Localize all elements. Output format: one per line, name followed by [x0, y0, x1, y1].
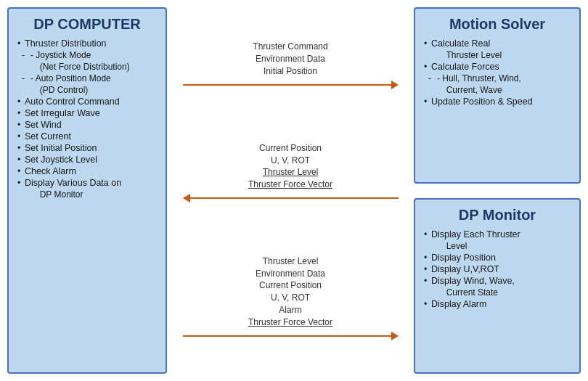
motion-solver-title: Motion Solver	[424, 16, 571, 33]
list-item: Calculate Real	[424, 38, 571, 49]
dp-computer-list: Thruster Distribution - Joystick Mode (N…	[17, 38, 157, 200]
arrow3-head	[391, 332, 399, 340]
list-item: Thruster Level	[424, 50, 571, 60]
dp-monitor-box: DP Monitor Display Each Thruster Level D…	[414, 198, 581, 374]
diagram: DP COMPUTER Thruster Distribution - Joys…	[7, 7, 581, 374]
list-item: Display Alarm	[424, 299, 571, 309]
list-item: Current, Wave	[424, 85, 571, 95]
list-item: - Auto Position Mode	[17, 73, 157, 83]
list-item: (Net Force Distribution)	[17, 62, 157, 72]
arrow1-head	[391, 81, 399, 89]
dp-computer-title: DP COMPUTER	[17, 16, 157, 33]
arrow3-body	[183, 335, 391, 337]
right-column: Motion Solver Calculate Real Thruster Le…	[414, 7, 581, 374]
list-item: Current State	[424, 287, 571, 298]
list-item: Set Joystick Level	[17, 155, 157, 165]
dp-monitor-title: DP Monitor	[424, 207, 571, 224]
list-item: Update Position & Speed	[424, 97, 571, 107]
list-item: - Hull, Thruster, Wind,	[424, 73, 571, 83]
arrow3-line	[183, 332, 399, 340]
motion-solver-box: Motion Solver Calculate Real Thruster Le…	[414, 7, 581, 184]
list-item: - Joystick Mode	[17, 50, 157, 60]
arrow1-lane: Thruster CommandEnvironment DataInitial …	[171, 41, 410, 89]
list-item: Auto Control Command	[17, 97, 157, 107]
arrow1-line	[183, 81, 399, 89]
arrow3-label: Thruster LevelEnvironment DataCurrent Po…	[248, 255, 332, 329]
arrows-column: Thruster CommandEnvironment DataInitial …	[167, 7, 414, 374]
list-item: Calculate Forces	[424, 62, 571, 72]
dp-monitor-list: Display Each Thruster Level Display Posi…	[424, 229, 571, 309]
arrow1-body	[183, 84, 391, 86]
list-item: Set Wind	[17, 120, 157, 130]
list-item: Check Alarm	[17, 166, 157, 176]
list-item: Level	[424, 241, 571, 251]
list-item: DP Monitor	[17, 189, 157, 200]
arrow1-label: Thruster CommandEnvironment DataInitial …	[253, 41, 327, 77]
list-item: Set Irregular Wave	[17, 108, 157, 118]
arrow2-head	[183, 194, 190, 202]
list-item: Display Each Thruster	[424, 229, 571, 239]
arrow3-lane: Thruster LevelEnvironment DataCurrent Po…	[171, 255, 410, 340]
list-item: (PD Control)	[17, 85, 157, 95]
list-item: Display Wind, Wave,	[424, 276, 571, 286]
list-item: Thruster Distribution	[17, 38, 157, 49]
arrow2-body	[190, 197, 399, 199]
motion-solver-list: Calculate Real Thruster Level Calculate …	[424, 38, 571, 107]
list-item: Set Current	[17, 131, 157, 142]
arrow2-line	[183, 194, 399, 202]
list-item: Set Initial Position	[17, 143, 157, 153]
list-item: Display U,V,ROT	[424, 264, 571, 274]
arrow2-lane: Current PositionU, V, ROT Thruster Level…	[171, 142, 410, 202]
arrow3-underline: Thruster Force Vector	[248, 317, 332, 327]
dp-computer-box: DP COMPUTER Thruster Distribution - Joys…	[7, 7, 167, 374]
list-item: Display Position	[424, 253, 571, 263]
arrow2-underline1: Thruster Level	[263, 167, 319, 177]
list-item: Display Various Data on	[17, 178, 157, 188]
arrow2-label: Current PositionU, V, ROT Thruster Level…	[248, 142, 332, 191]
arrow2-underline2: Thruster Force Vector	[248, 179, 332, 189]
